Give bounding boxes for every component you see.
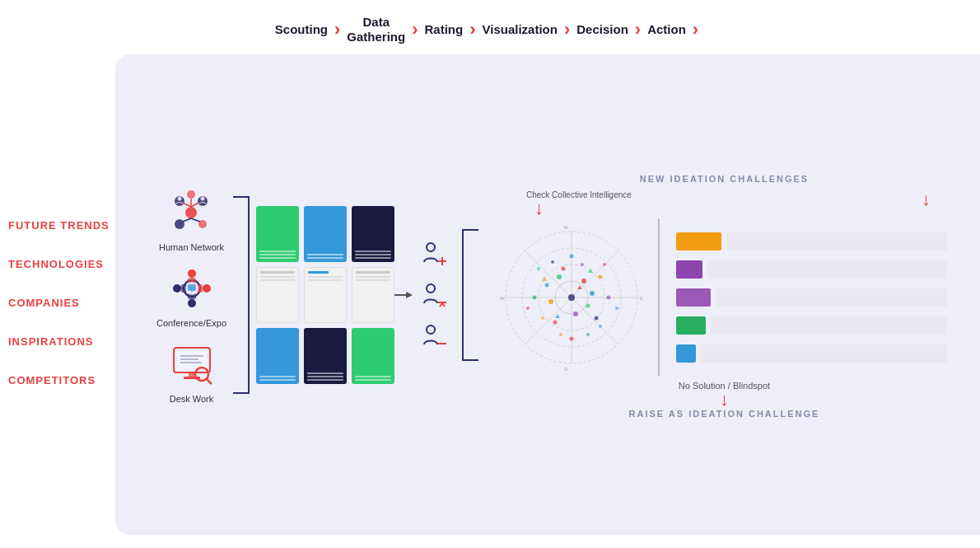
rater-1-icon	[419, 239, 449, 269]
bar-block-0	[676, 232, 721, 251]
cards-grid-wrapper	[256, 206, 394, 384]
bar-bg-4	[701, 344, 947, 363]
svg-point-73	[526, 307, 530, 310]
left-category-labels: FUTURE TRENDS TECHNOLOGIES COMPANIES INS…	[0, 54, 132, 535]
raters-column	[419, 239, 449, 351]
svg-point-50	[568, 294, 575, 301]
card-1-2	[352, 267, 394, 323]
source-label-desk-work: Desk Work	[170, 394, 214, 404]
arrow-right-icon	[394, 288, 413, 302]
card-1-0	[256, 267, 299, 323]
svg-marker-77	[555, 314, 560, 318]
svg-point-62	[570, 255, 574, 259]
label-competitors: COMPETITORS	[8, 361, 132, 400]
svg-point-58	[545, 283, 549, 288]
label-technologies: TECHNOLOGIES	[8, 245, 132, 283]
arrow-raters	[394, 288, 413, 302]
svg-text:S: S	[564, 367, 567, 372]
svg-point-64	[533, 296, 537, 300]
step-label-data-gathering: DataGathering	[347, 15, 405, 44]
bracket-right	[462, 229, 478, 361]
right-panel: NEW IDEATION CHALLENGES Check Collective…	[485, 171, 964, 419]
conference-expo-icon	[166, 262, 218, 315]
svg-point-67	[599, 325, 602, 328]
svg-point-15	[203, 284, 211, 293]
svg-point-34	[427, 284, 435, 293]
svg-text:E: E	[640, 296, 643, 301]
svg-point-57	[586, 304, 590, 308]
check-ci-left: Check Collective Intelligence ↓	[502, 190, 716, 218]
arrow-ci-right: ↓	[922, 190, 931, 208]
svg-marker-79	[542, 277, 547, 281]
card-0-1	[304, 206, 347, 262]
svg-text:W: W	[500, 296, 505, 301]
svg-point-51	[581, 279, 586, 283]
radar-chart: N E S W	[493, 219, 650, 376]
svg-marker-30	[406, 292, 413, 298]
svg-text:N: N	[564, 225, 567, 230]
bar-block-1	[676, 260, 702, 279]
step-label-scouting: Scouting	[275, 22, 328, 37]
svg-point-59	[599, 275, 603, 279]
raise-challenge-label: RAISE AS IDEATION CHALLENGE	[629, 409, 820, 419]
card-1-1	[304, 267, 347, 323]
no-solution-row: No Solution / Blindspot ↓ RAISE AS IDEAT…	[493, 381, 955, 419]
label-companies: COMPANIES	[8, 283, 132, 322]
arrow-ci-left: ↓	[534, 199, 544, 218]
source-desk-work: Desk Work	[166, 338, 218, 404]
step-label-rating: Rating	[425, 22, 464, 37]
bar-block-2	[676, 288, 711, 307]
bar-bg-3	[711, 316, 947, 335]
source-human-network: Human Network	[159, 186, 224, 252]
label-future-trends: FUTURE TRENDS	[8, 206, 132, 245]
new-ideation-challenges-label: NEW IDEATION CHALLENGES	[493, 171, 955, 185]
svg-point-63	[607, 296, 611, 300]
step-label-visualization: Visualization	[483, 22, 558, 37]
main-content: FUTURE TRENDS TECHNOLOGIES COMPANIES INS…	[0, 54, 980, 535]
svg-point-68	[537, 267, 540, 270]
bar-block-4	[676, 344, 696, 363]
cards-row-1	[256, 206, 394, 262]
svg-line-9	[183, 218, 191, 222]
human-network-icon	[165, 186, 217, 239]
viz-decision-row: N E S W	[493, 219, 955, 376]
bar-row-0	[676, 232, 947, 251]
pipeline-step-decision: Decision	[576, 22, 628, 37]
label-inspirations: INSPIRATIONS	[8, 322, 132, 361]
svg-point-65	[570, 337, 574, 341]
svg-point-31	[427, 243, 435, 251]
svg-marker-19	[190, 291, 194, 293]
pipeline-step-visualization: Visualization	[483, 22, 558, 37]
arrow-1: ›	[334, 21, 340, 39]
arrow-4: ›	[564, 21, 570, 39]
bar-bg-2	[716, 288, 947, 307]
svg-point-55	[573, 311, 578, 316]
arrow-6: ›	[693, 21, 698, 39]
source-label-conference-expo: Conference/Expo	[156, 318, 226, 328]
svg-point-5	[187, 190, 195, 199]
svg-point-11	[178, 196, 182, 200]
svg-point-3	[175, 219, 184, 229]
card-2-0	[256, 328, 299, 384]
arrow-2: ›	[412, 21, 418, 39]
svg-rect-18	[188, 284, 196, 291]
vertical-divider	[658, 219, 660, 376]
arrow-no-solution: ↓	[720, 391, 729, 409]
svg-point-70	[581, 263, 584, 266]
svg-point-53	[590, 291, 595, 296]
svg-point-61	[595, 316, 599, 321]
cards-row-2	[256, 267, 394, 323]
svg-line-10	[191, 218, 200, 222]
svg-point-56	[562, 267, 566, 271]
svg-line-6	[183, 203, 191, 207]
source-label-human-network: Human Network	[159, 242, 224, 252]
rater-2-icon	[419, 280, 449, 310]
svg-point-52	[557, 274, 562, 279]
arrow-5: ›	[635, 21, 641, 39]
cards-row-3	[256, 328, 394, 384]
svg-line-25	[206, 378, 212, 384]
bar-row-3	[676, 316, 947, 335]
svg-point-69	[603, 263, 606, 266]
step-label-decision: Decision	[576, 22, 628, 37]
source-conference-expo: Conference/Expo	[156, 262, 226, 328]
